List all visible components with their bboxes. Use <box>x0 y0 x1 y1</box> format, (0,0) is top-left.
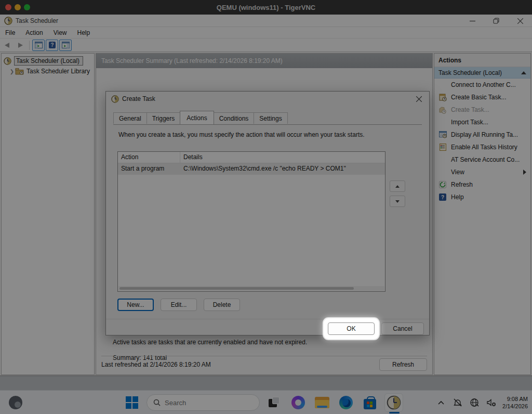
widgets-button[interactable] <box>4 393 27 412</box>
blank-icon <box>438 118 447 126</box>
menu-help[interactable]: Help <box>72 28 96 38</box>
help-toolbar-button[interactable]: ? <box>46 40 58 51</box>
action-list-row[interactable]: Start a program C:\Windows\System32\cmd.… <box>118 163 385 175</box>
actions-group-label: Task Scheduler (Local) <box>438 69 502 76</box>
tree-item-task-scheduler-library[interactable]: Task Scheduler Library <box>26 68 90 75</box>
windows-logo-icon <box>126 396 138 409</box>
store-icon <box>364 399 376 409</box>
dialog-close-button[interactable] <box>411 93 426 105</box>
action-item-view[interactable]: View <box>434 166 530 178</box>
task-view-button[interactable] <box>265 393 284 412</box>
restore-button[interactable] <box>484 15 508 27</box>
show-action-pane-button[interactable] <box>59 40 72 51</box>
toolbar: ? <box>0 38 532 52</box>
expand-chevron-icon[interactable]: ❯ <box>9 69 15 74</box>
macos-minimize-icon[interactable] <box>15 4 21 10</box>
active-tasks-note: Active tasks are tasks that are currentl… <box>113 339 307 346</box>
file-explorer-button[interactable] <box>313 393 331 412</box>
taskbar: 9:08 AM 2/14/2026 <box>0 390 532 414</box>
menu-action[interactable]: Action <box>20 28 48 38</box>
scrollbar-thumb[interactable] <box>119 287 354 290</box>
window-titlebar: Task Scheduler <box>0 15 532 27</box>
dialog-clock-icon <box>111 95 119 103</box>
copilot-button[interactable] <box>289 393 308 412</box>
taskbar-center <box>123 393 403 412</box>
hidden-icons-chevron[interactable] <box>436 397 446 408</box>
forward-button[interactable] <box>14 40 26 51</box>
notification-bell-slash-icon[interactable] <box>453 397 463 408</box>
task-view-icon <box>269 397 280 408</box>
task-scheduler-taskbar-button[interactable] <box>384 393 403 412</box>
dialog-title: Create Task <box>122 95 155 102</box>
ok-button[interactable]: OK <box>328 322 375 335</box>
cancel-button[interactable]: Cancel <box>381 322 424 335</box>
menu-bar: File Action View Help <box>0 27 532 38</box>
close-button[interactable] <box>508 15 532 27</box>
action-item-label: Create Task... <box>451 106 489 113</box>
horizontal-scrollbar[interactable] <box>118 286 384 291</box>
dialog-titlebar: Create Task <box>106 92 429 106</box>
blank-icon <box>438 156 447 164</box>
window-title: Task Scheduler <box>16 17 58 24</box>
tab-settings[interactable]: Settings <box>254 112 287 124</box>
tree-item-task-scheduler-local[interactable]: Task Scheduler (Local) <box>14 56 83 66</box>
network-globe-icon[interactable] <box>469 397 480 408</box>
move-up-button[interactable] <box>390 180 405 192</box>
down-arrow-icon <box>395 200 400 203</box>
action-item-import-task[interactable]: Import Task... <box>434 116 530 128</box>
task-scheduler-app-icon <box>387 395 401 410</box>
tab-general[interactable]: General <box>113 112 147 124</box>
action-item-label: AT Service Account Co... <box>451 156 520 163</box>
tab-triggers[interactable]: Triggers <box>147 112 181 124</box>
action-item-label: Display All Running Ta... <box>451 131 518 138</box>
tray-time: 9:08 AM <box>502 395 528 403</box>
menu-file[interactable]: File <box>0 28 20 38</box>
edge-icon <box>339 396 353 409</box>
new-button[interactable]: New... <box>117 299 154 311</box>
action-item-display-running[interactable]: Display All Running Ta... <box>434 128 530 141</box>
minimize-button[interactable] <box>460 15 484 27</box>
action-item-help[interactable]: ? Help <box>434 191 530 203</box>
dialog-separator <box>106 319 429 319</box>
search-input[interactable] <box>165 399 243 407</box>
tasks-history-icon <box>438 143 447 151</box>
column-details[interactable]: Details <box>180 152 385 163</box>
refresh-button[interactable]: Refresh <box>379 358 427 371</box>
action-item-create-basic-task[interactable]: Create Basic Task... <box>434 91 530 104</box>
menu-view[interactable]: View <box>48 28 72 38</box>
move-down-button[interactable] <box>390 196 405 207</box>
show-console-tree-button[interactable] <box>32 40 45 51</box>
system-tray: 9:08 AM 2/14/2026 <box>436 391 528 414</box>
macos-zoom-icon[interactable] <box>24 4 30 10</box>
tray-date: 2/14/2026 <box>502 403 528 410</box>
dialog-tabs: General Triggers Actions Conditions Sett… <box>113 111 287 124</box>
collapse-chevron-icon[interactable] <box>521 71 526 74</box>
create-basic-task-icon <box>438 93 447 101</box>
search-box[interactable] <box>147 394 260 411</box>
action-item-label: Connect to Another C... <box>451 81 516 88</box>
task-scheduler-icon <box>4 17 12 25</box>
action-item-at-service-account[interactable]: AT Service Account Co... <box>434 153 530 166</box>
delete-button[interactable]: Delete <box>204 299 240 311</box>
taskbar-clock[interactable]: 9:08 AM 2/14/2026 <box>502 395 528 410</box>
back-button[interactable] <box>1 40 13 51</box>
start-button[interactable] <box>123 393 141 412</box>
tab-conditions[interactable]: Conditions <box>214 112 255 124</box>
tab-actions[interactable]: Actions <box>180 111 214 124</box>
action-item-create-task[interactable]: Create Task... <box>434 104 530 116</box>
widgets-weather-icon <box>9 396 22 409</box>
console-tree-pane: Task Scheduler (Local) ❯ Task Scheduler … <box>1 53 95 375</box>
actions-group-task-scheduler-local[interactable]: Task Scheduler (Local) <box>434 67 530 79</box>
volume-mute-icon[interactable] <box>486 397 496 408</box>
ok-button-highlight: OK <box>324 318 379 339</box>
store-button[interactable] <box>361 393 379 412</box>
column-action[interactable]: Action <box>118 152 180 163</box>
blank-icon <box>438 81 447 89</box>
action-item-enable-history[interactable]: Enable All Tasks History <box>434 141 530 153</box>
action-item-connect[interactable]: Connect to Another C... <box>434 79 530 91</box>
action-item-refresh[interactable]: Refresh <box>434 178 530 191</box>
edge-button[interactable] <box>337 393 355 412</box>
edit-button[interactable]: Edit... <box>161 299 197 311</box>
macos-close-icon[interactable] <box>5 4 11 10</box>
task-scheduler-root-icon <box>4 57 11 65</box>
